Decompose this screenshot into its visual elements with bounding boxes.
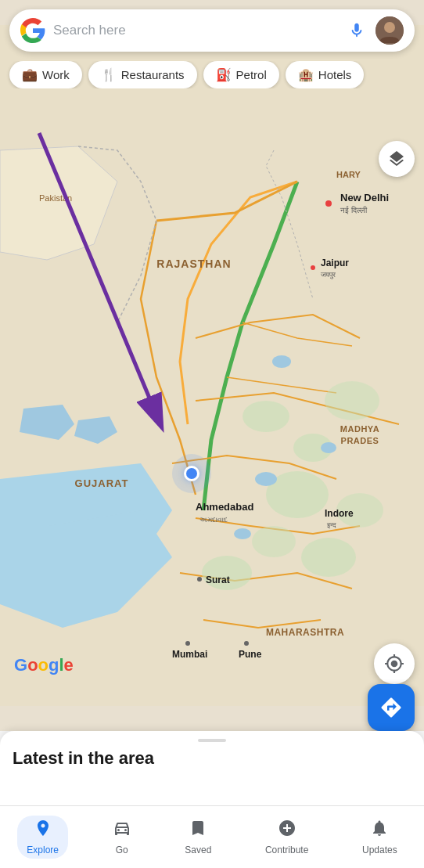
svg-text:Jaipur: Jaipur [321, 258, 349, 268]
search-placeholder[interactable]: Search here [53, 23, 346, 38]
chip-hotels[interactable]: 🏨 Hotels [286, 61, 365, 88]
svg-text:इन्द: इन्द [326, 521, 336, 529]
petrol-icon: ⛽ [216, 67, 232, 82]
svg-point-7 [252, 526, 296, 557]
svg-text:MADHYA: MADHYA [340, 424, 379, 434]
chip-restaurants[interactable]: 🍴 Restaurants [88, 61, 197, 88]
svg-text:GUJARAT: GUJARAT [75, 477, 129, 489]
svg-point-42 [124, 829, 127, 831]
svg-point-28 [197, 577, 202, 582]
updates-icon [370, 819, 389, 842]
svg-text:અમદાવાદ: અમદાવાદ [199, 516, 228, 524]
directions-button[interactable] [368, 684, 415, 731]
filter-chips-row: 💼 Work 🍴 Restaurants ⛽ Petrol 🏨 Hotels [0, 61, 424, 88]
svg-point-34 [244, 641, 249, 646]
svg-text:Mumbai: Mumbai [172, 649, 207, 660]
svg-text:PRADES: PRADES [341, 436, 379, 445]
svg-point-10 [321, 442, 336, 453]
svg-text:Ahmedabad: Ahmedabad [196, 501, 253, 513]
svg-text:नई दिल्ली: नई दिल्ली [340, 206, 368, 214]
saved-icon [189, 819, 207, 842]
svg-text:RAJASTHAN: RAJASTHAN [156, 258, 231, 270]
nav-saved[interactable]: Saved [175, 816, 221, 859]
google-logo-icon [20, 18, 45, 43]
nav-explore-label: Explore [27, 845, 59, 855]
mic-icon[interactable] [346, 20, 368, 41]
nav-go-label: Go [116, 845, 128, 855]
nav-contribute[interactable]: Contribute [256, 816, 318, 859]
chip-petrol-label: Petrol [236, 68, 267, 81]
svg-point-1 [243, 401, 289, 432]
panel-title: Latest in the area [0, 748, 424, 769]
chip-hotels-label: Hotels [318, 68, 352, 81]
search-bar[interactable]: Search here [9, 9, 415, 52]
svg-point-32 [185, 641, 190, 646]
my-location-button[interactable] [374, 643, 415, 684]
nav-updates-label: Updates [362, 845, 397, 855]
panel-handle[interactable] [198, 739, 226, 742]
nav-explore[interactable]: Explore [17, 816, 68, 859]
hotels-icon: 🏨 [298, 67, 314, 82]
svg-text:Surat: Surat [206, 574, 230, 585]
svg-point-41 [117, 829, 120, 831]
restaurants-icon: 🍴 [101, 67, 117, 82]
go-icon [113, 819, 131, 842]
svg-text:जयपुर: जयपुर [320, 271, 336, 279]
current-location-dot [184, 466, 199, 481]
chip-restaurants-label: Restaurants [121, 68, 185, 81]
svg-text:Google: Google [14, 655, 74, 675]
layer-switch-button[interactable] [379, 141, 415, 177]
map-area[interactable]: RAJASTHAN GUJARAT MADHYA PRADES MAHARASH… [0, 0, 424, 731]
chip-petrol[interactable]: ⛽ Petrol [203, 61, 279, 88]
svg-point-23 [311, 265, 315, 270]
bottom-navigation: Explore Go Saved Contribute [0, 805, 424, 868]
svg-point-9 [272, 355, 291, 368]
svg-text:MAHARASHTRA: MAHARASHTRA [266, 627, 344, 638]
svg-text:New Delhi: New Delhi [340, 192, 389, 203]
svg-point-12 [234, 528, 251, 539]
svg-text:Pakistan: Pakistan [39, 193, 72, 203]
chip-work-label: Work [42, 68, 70, 81]
svg-text:HARY: HARY [336, 170, 361, 179]
chip-work[interactable]: 💼 Work [9, 61, 82, 88]
avatar[interactable] [375, 16, 404, 45]
contribute-icon [278, 819, 296, 842]
svg-text:Pune: Pune [239, 649, 262, 660]
work-icon: 💼 [22, 67, 38, 82]
svg-point-20 [325, 200, 332, 207]
nav-go[interactable]: Go [103, 816, 141, 859]
svg-point-11 [255, 472, 277, 486]
svg-point-3 [325, 381, 379, 420]
explore-icon [34, 819, 52, 842]
svg-text:Indore: Indore [325, 508, 354, 519]
svg-point-40 [384, 22, 395, 33]
svg-point-6 [301, 538, 356, 577]
nav-updates[interactable]: Updates [353, 816, 407, 859]
nav-contribute-label: Contribute [265, 845, 308, 855]
nav-saved-label: Saved [185, 845, 211, 855]
